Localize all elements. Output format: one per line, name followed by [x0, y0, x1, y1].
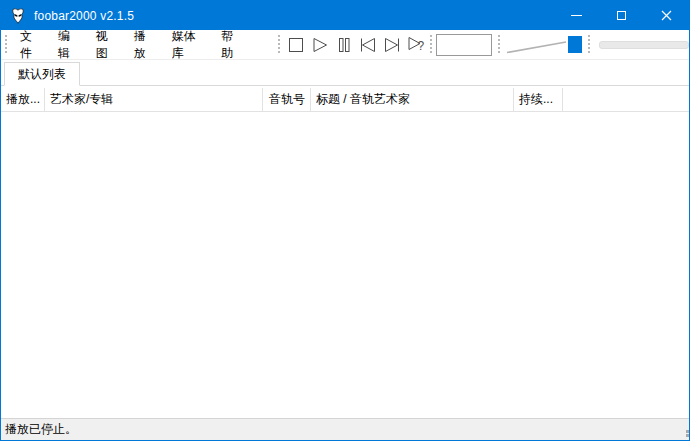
- column-header-track-number[interactable]: 音轨号: [263, 88, 311, 111]
- search-input[interactable]: [437, 35, 491, 55]
- play-button[interactable]: [308, 33, 332, 57]
- column-header-title-track-artist[interactable]: 标题 / 音轨艺术家: [311, 88, 514, 111]
- column-header-filler: [563, 88, 689, 111]
- tab-default-playlist[interactable]: 默认列表: [4, 62, 80, 86]
- pause-button[interactable]: [332, 33, 356, 57]
- play-icon: [312, 37, 329, 53]
- maximize-icon: [617, 11, 626, 20]
- playback-toolbar-grip-handle[interactable]: [278, 35, 280, 55]
- column-header-duration[interactable]: 持续...: [514, 88, 563, 111]
- app-window: foobar2000 v2.1.5 文件 编辑 视图 播放 媒体库 帮助: [0, 0, 690, 441]
- menu-library[interactable]: 媒体库: [165, 30, 215, 59]
- play-random-button[interactable]: ?: [404, 33, 428, 57]
- playback-buttons: ?: [284, 33, 428, 57]
- previous-button[interactable]: [356, 33, 380, 57]
- maximize-button[interactable]: [599, 1, 644, 30]
- previous-icon: [359, 37, 377, 53]
- menu-file[interactable]: 文件: [13, 30, 51, 59]
- title-bar: foobar2000 v2.1.5: [1, 1, 689, 30]
- volume-slider[interactable]: [504, 34, 584, 56]
- next-button[interactable]: [380, 33, 404, 57]
- svg-text:?: ?: [417, 39, 424, 53]
- menu-bar: 文件 编辑 视图 播放 媒体库 帮助: [13, 30, 252, 59]
- toolbar: 文件 编辑 视图 播放 媒体库 帮助: [1, 30, 689, 60]
- stop-button[interactable]: [284, 33, 308, 57]
- close-icon: [661, 10, 672, 21]
- play-random-icon: ?: [407, 36, 426, 53]
- resize-grip[interactable]: [682, 434, 685, 437]
- status-text: 播放已停止。: [5, 421, 77, 438]
- column-header-artist-album[interactable]: 艺术家/专辑: [45, 88, 263, 111]
- menu-help[interactable]: 帮助: [214, 30, 252, 59]
- status-bar: 播放已停止。: [1, 418, 689, 440]
- playlist-column-headers: 播放... 艺术家/专辑 音轨号 标题 / 音轨艺术家 持续...: [1, 88, 689, 112]
- column-header-playing[interactable]: 播放...: [1, 88, 45, 111]
- volume-slider-handle[interactable]: [568, 36, 582, 53]
- search-box: [436, 34, 492, 56]
- volume-toolbar-grip-handle[interactable]: [498, 35, 500, 55]
- seekbar-toolbar-grip-handle[interactable]: [588, 35, 590, 55]
- close-button[interactable]: [644, 1, 689, 30]
- playlist-view[interactable]: [1, 112, 689, 418]
- pause-icon: [337, 37, 351, 53]
- playlist-tab-bar: 默认列表: [1, 60, 689, 86]
- toolbar-grip-handle[interactable]: [5, 35, 7, 55]
- minimize-icon: [571, 15, 582, 16]
- search-toolbar-grip-handle[interactable]: [430, 35, 432, 55]
- menu-edit[interactable]: 编辑: [51, 30, 89, 59]
- minimize-button[interactable]: [554, 1, 599, 30]
- seekbar[interactable]: [599, 41, 689, 49]
- menu-view[interactable]: 视图: [89, 30, 127, 59]
- foobar2000-logo-icon: [9, 7, 27, 25]
- stop-icon: [288, 37, 304, 53]
- next-icon: [383, 37, 401, 53]
- window-title: foobar2000 v2.1.5: [34, 9, 134, 23]
- menu-playback[interactable]: 播放: [127, 30, 165, 59]
- caption-buttons: [554, 1, 689, 30]
